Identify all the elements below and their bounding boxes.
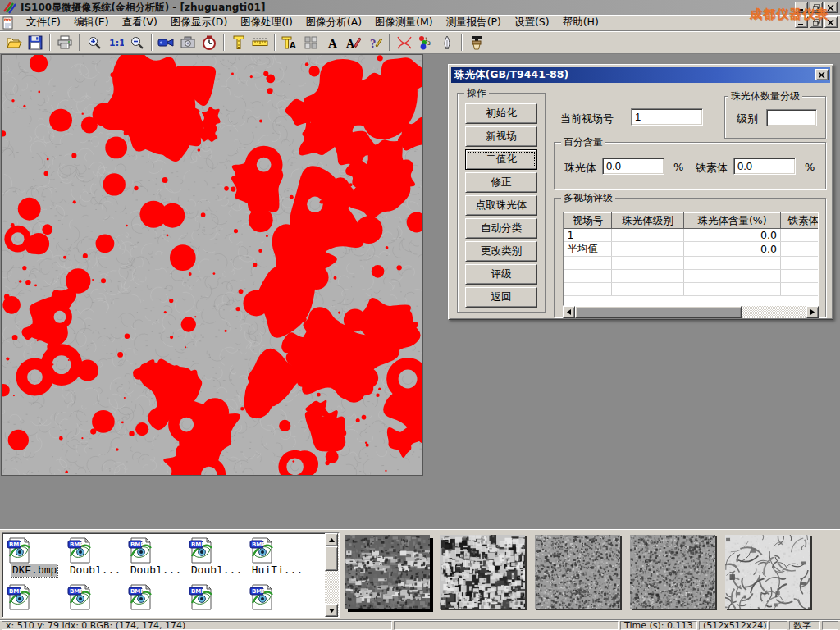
toolbar-one-to-one-button[interactable]: 1:1	[105, 33, 126, 52]
menu-item-5[interactable]: 图像处理(I)	[234, 14, 299, 31]
toolbar-caliper-button[interactable]	[228, 33, 249, 52]
toolbar-color-labels-button[interactable]: 13	[415, 33, 436, 52]
table-row[interactable]: 平均值0.0	[564, 242, 819, 257]
table-header-1[interactable]: 视场号	[564, 213, 612, 229]
op-button-label: 自动分类	[481, 221, 522, 234]
file-vscrollbar[interactable]	[325, 533, 339, 617]
file-item-3[interactable]: BMPDoubl...	[126, 536, 186, 577]
file-item-row2-2[interactable]: BMP	[65, 583, 126, 611]
op-button-3[interactable]: 二值化	[465, 149, 537, 170]
dialog-title-bar[interactable]: 珠光体(GB/T9441-88)	[451, 67, 830, 83]
mdi-close-button[interactable]	[824, 16, 838, 28]
toolbar-zoom-out-button[interactable]	[126, 33, 148, 52]
file-item-row2-5[interactable]: BMP	[247, 583, 308, 611]
status-image-size: (512x512x24)	[699, 621, 768, 630]
table-header-4[interactable]: 铁素体含量(%)	[781, 213, 819, 229]
toolbar-measure-text-button[interactable]: A	[279, 33, 300, 52]
caliper-icon	[231, 35, 246, 50]
menu-item-9[interactable]: 设置(S)	[508, 14, 556, 31]
file-item-1[interactable]: BMPDKF.bmp	[4, 536, 65, 577]
menu-item-10[interactable]: 帮助(H)	[556, 14, 605, 31]
file-item-row2-1[interactable]: BMP	[4, 583, 65, 611]
toolbar-timer-button[interactable]	[199, 33, 220, 52]
scroll-right-arrow[interactable]	[806, 306, 819, 318]
scroll-down-arrow[interactable]	[325, 604, 338, 617]
ferrite-percent-input[interactable]	[733, 158, 796, 175]
dialog-close-button[interactable]	[815, 69, 829, 80]
thumbnail-3[interactable]	[535, 535, 620, 609]
op-button-6[interactable]: 自动分类	[465, 218, 537, 239]
op-button-7[interactable]: 更改类别	[465, 241, 537, 262]
table-hscrollbar[interactable]	[563, 306, 819, 318]
file-item-row2-4[interactable]: BMP	[186, 583, 247, 611]
status-spacer-3	[822, 621, 838, 630]
percent-group: 百分含量 珠光体 % 铁素体 %	[554, 142, 826, 189]
op-button-1[interactable]: 初始化	[465, 103, 537, 124]
file-item-row2-3[interactable]: BMP	[126, 583, 186, 611]
menu-item-2[interactable]: 编辑(E)	[67, 14, 116, 31]
table-header-3[interactable]: 珠光体含量(%)	[684, 213, 781, 229]
toolbar-video-camera-button[interactable]	[156, 33, 177, 52]
svg-text:BMP: BMP	[191, 588, 205, 595]
rating-table[interactable]: 视场号珠光体级别珠光体含量(%)铁素体含量(%)10.0平均值0.0	[563, 212, 819, 306]
restore-button[interactable]	[810, 2, 823, 13]
toolbar-save-button[interactable]	[25, 33, 46, 52]
specimen-image[interactable]	[1, 54, 423, 476]
op-button-8[interactable]: 评级	[465, 264, 537, 285]
menu-item-8[interactable]: 测量报告(P)	[440, 14, 508, 31]
scroll-left-arrow[interactable]	[563, 306, 575, 318]
menu-item-3[interactable]: 查看(V)	[116, 14, 164, 31]
mdi-restore-button[interactable]	[810, 16, 823, 28]
document-icon[interactable]: DOC	[2, 16, 16, 30]
thumbnail-4[interactable]	[630, 535, 715, 609]
thumbnail-5[interactable]	[725, 535, 810, 609]
toolbar-ruler-button[interactable]	[249, 33, 271, 52]
op-button-5[interactable]: 点取珠光体	[465, 195, 537, 216]
table-header-2[interactable]: 珠光体级别	[612, 213, 684, 229]
toolbar-curve-button[interactable]	[394, 33, 415, 52]
menu-item-1[interactable]: 文件(F)	[20, 14, 67, 31]
grade-input[interactable]	[766, 109, 817, 126]
op-button-9[interactable]: 返回	[465, 287, 537, 308]
bmp-file-icon: BMP	[186, 536, 247, 564]
operate-group-label: 操作	[464, 87, 489, 98]
menu-item-6[interactable]: 图像分析(A)	[299, 14, 368, 31]
table-row[interactable]	[564, 270, 819, 283]
svg-text:BMP: BMP	[9, 541, 23, 548]
table-row[interactable]	[564, 283, 819, 296]
toolbar-print-button[interactable]	[54, 33, 75, 52]
scroll-up-arrow[interactable]	[325, 533, 338, 546]
current-field-input[interactable]	[631, 108, 703, 126]
table-row[interactable]	[564, 257, 819, 270]
toolbar-text-edit-button[interactable]: A	[343, 33, 364, 52]
bmp-file-icon: BMP	[65, 583, 126, 611]
file-item-4[interactable]: BMPDoubl...	[186, 536, 247, 577]
thumbnail-2[interactable]	[440, 535, 525, 609]
status-coordinates: x: 510 y: 79 idx: 0 RGB: (174, 174, 174)	[2, 621, 392, 630]
close-button[interactable]	[824, 2, 838, 13]
toolbar-text-button[interactable]: A	[322, 33, 343, 52]
toolbar-separator	[274, 34, 276, 51]
toolbar-camera-button[interactable]	[177, 33, 199, 52]
table-row[interactable]: 10.0	[564, 229, 819, 242]
menu-item-4[interactable]: 图像显示(D)	[164, 14, 234, 31]
toolbar-zoom-in-button[interactable]	[84, 33, 105, 52]
mdi-minimize-button[interactable]	[795, 16, 808, 28]
toolbar-pen-button[interactable]	[436, 33, 458, 52]
pearlite-percent-input[interactable]	[602, 158, 664, 175]
toolbar-brush-button[interactable]	[466, 33, 487, 52]
op-button-2[interactable]: 新视场	[465, 126, 537, 147]
toolbar-help-button[interactable]: ?	[364, 33, 386, 52]
file-item-2[interactable]: BMPDoubl...	[65, 536, 126, 577]
thumbnail-1[interactable]	[345, 535, 430, 609]
toolbar-open-button[interactable]	[3, 33, 25, 52]
file-item-5[interactable]: BMPHuiTi...	[247, 536, 308, 577]
file-scroll-thumb[interactable]	[325, 546, 338, 571]
status-bar: x: 510 y: 79 idx: 0 RGB: (174, 174, 174)…	[0, 619, 840, 630]
table-cell: 0.0	[684, 242, 781, 257]
menu-item-7[interactable]: 图像测量(M)	[368, 14, 440, 31]
toolbar-grid-button[interactable]	[300, 33, 322, 52]
scroll-thumb[interactable]	[575, 306, 742, 318]
op-button-4[interactable]: 修正	[465, 172, 537, 193]
minimize-button[interactable]	[795, 2, 808, 13]
